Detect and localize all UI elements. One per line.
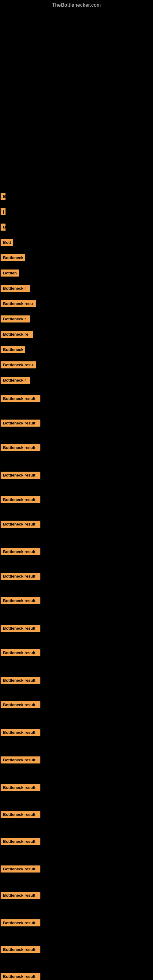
bottleneck-item-7[interactable]: Bottleneck r xyxy=(1,285,30,292)
bottleneck-item-8[interactable]: Bottleneck resu xyxy=(1,300,36,307)
bottleneck-item-25[interactable]: Bottleneck result xyxy=(1,677,40,684)
bottleneck-item-22[interactable]: Bottleneck result xyxy=(1,597,40,604)
bottleneck-item-17[interactable]: Bottleneck result xyxy=(1,472,40,479)
bottleneck-item-18[interactable]: Bottleneck result xyxy=(1,496,40,503)
bottleneck-item-35[interactable]: Bottleneck result xyxy=(1,946,40,953)
site-title: TheBottlenecker.com xyxy=(0,0,153,9)
bottleneck-item-3[interactable]: B xyxy=(1,224,5,231)
bottleneck-item-33[interactable]: Bottleneck result xyxy=(1,892,40,899)
bottleneck-item-2[interactable]: | xyxy=(1,208,5,215)
bottleneck-item-30[interactable]: Bottleneck result xyxy=(1,811,40,818)
bottleneck-item-36[interactable]: Bottleneck result xyxy=(1,973,40,980)
bottleneck-item-29[interactable]: Bottleneck result xyxy=(1,784,40,791)
bottleneck-item-21[interactable]: Bottleneck result xyxy=(1,573,40,580)
bottleneck-item-12[interactable]: Bottleneck resu xyxy=(1,361,36,368)
bottleneck-item-34[interactable]: Bottleneck result xyxy=(1,920,40,926)
bottleneck-item-11[interactable]: Bottleneck xyxy=(1,346,25,353)
bottleneck-item-6[interactable]: Bottlen xyxy=(1,269,19,277)
bottleneck-item-13[interactable]: Bottleneck r xyxy=(1,377,30,384)
bottleneck-item-23[interactable]: Bottleneck result xyxy=(1,625,40,632)
bottleneck-item-16[interactable]: Bottleneck result xyxy=(1,444,40,451)
bottleneck-item-9[interactable]: Bottleneck r xyxy=(1,315,30,323)
bottleneck-item-1[interactable]: B xyxy=(1,193,5,200)
bottleneck-item-5[interactable]: Bottleneck xyxy=(1,254,25,261)
bottleneck-item-4[interactable]: Bott xyxy=(1,239,13,246)
bottleneck-item-14[interactable]: Bottleneck result xyxy=(1,395,40,402)
bottleneck-item-32[interactable]: Bottleneck result xyxy=(1,865,40,872)
bottleneck-item-24[interactable]: Bottleneck result xyxy=(1,649,40,656)
bottleneck-item-10[interactable]: Bottleneck re xyxy=(1,331,33,338)
bottleneck-item-19[interactable]: Bottleneck result xyxy=(1,520,40,528)
bottleneck-item-26[interactable]: Bottleneck result xyxy=(1,701,40,708)
bottleneck-item-31[interactable]: Bottleneck result xyxy=(1,838,40,845)
bottleneck-item-15[interactable]: Bottleneck result xyxy=(1,420,40,426)
bottleneck-item-27[interactable]: Bottleneck result xyxy=(1,729,40,736)
bottleneck-item-28[interactable]: Bottleneck result xyxy=(1,756,40,764)
bottleneck-item-20[interactable]: Bottleneck result xyxy=(1,548,40,555)
